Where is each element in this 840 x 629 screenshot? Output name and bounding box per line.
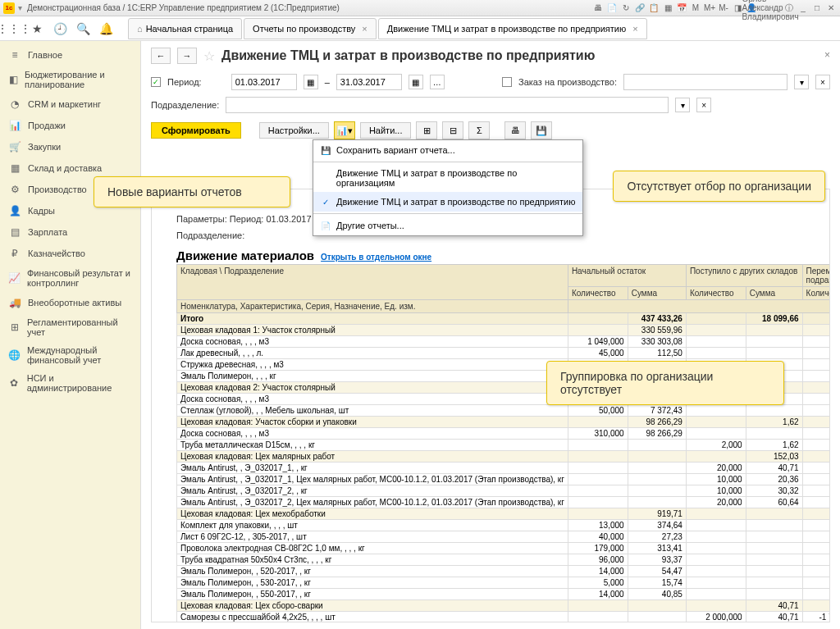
app-logo-icon: 1c (3, 2, 15, 14)
table-row[interactable]: Саморезы с прессшайбой 4,2х25, , , , шт2… (177, 612, 831, 623)
close-page-icon[interactable]: × (824, 49, 830, 61)
table-row[interactable]: Труба металлическая D15см, , , , кг2,000… (177, 440, 831, 451)
sidebar-item-9[interactable]: ₽Казначейство (0, 243, 140, 264)
sidebar-item-1[interactable]: ◧Бюджетирование и планирование (0, 66, 140, 93)
forward-button[interactable]: → (177, 48, 197, 64)
copy-icon[interactable]: 📋 (648, 2, 660, 14)
dd-save-label: Сохранить вариант отчета... (336, 145, 455, 155)
sidebar-item-13[interactable]: 🌐Международный финансовый учет (0, 341, 140, 369)
sidebar-item-3[interactable]: 📊Продажи (0, 115, 140, 136)
order-select-icon[interactable]: ▾ (794, 75, 809, 89)
report-body[interactable]: Параметры: Период: 01.03.2017 - 31.03.20… (151, 189, 830, 622)
sidebar-item-10[interactable]: 📈Финансовый результат и контроллинг (0, 264, 140, 292)
info-icon[interactable]: ⓘ (783, 2, 795, 14)
calendar-icon[interactable]: 📅 (676, 2, 687, 14)
sidebar-item-2[interactable]: ◔CRM и маркетинг (0, 93, 140, 115)
table-row[interactable]: Цеховая кладовая: Участок сборки и упако… (177, 417, 831, 428)
sidebar-label: Закупки (28, 142, 61, 152)
sum-icon[interactable]: Σ (468, 121, 490, 139)
table-row[interactable]: Эмаль Полимерон, , 550-2017, , кг14,0004… (177, 589, 831, 600)
run-button[interactable]: Сформировать (151, 122, 241, 139)
tab-reports[interactable]: Отчеты по производству× (244, 18, 377, 39)
table-row[interactable]: Цеховая кладовая: Цех сборо-сварки40,71-… (177, 600, 831, 612)
dept-input[interactable] (226, 97, 669, 113)
sidebar-icon: ⊞ (8, 321, 21, 334)
m-plus-icon[interactable]: M+ (704, 2, 715, 14)
sidebar-label: CRM и маркетинг (28, 99, 101, 109)
table-row[interactable]: Эмаль Полимерон, , 520-2017, , кг14,0005… (177, 566, 831, 577)
collapse-icon[interactable]: ⊟ (442, 121, 463, 139)
table-row[interactable]: Эмаль Antirust, , Э_032017_2, Цех малярн… (177, 497, 831, 508)
close-window-icon[interactable]: ✕ (825, 2, 837, 14)
table-row[interactable]: Эмаль Полимерон, , 530-2017, , кг5,00015… (177, 577, 831, 589)
expand-icon[interactable]: ⊞ (416, 121, 437, 139)
variants-button[interactable]: 📊▾ (334, 121, 355, 139)
star-icon[interactable]: ☆ (203, 48, 215, 64)
save-report-icon[interactable]: 💾 (531, 121, 552, 139)
bell-icon[interactable]: 🔔 (97, 20, 115, 38)
table-row[interactable]: Доска сосновая, , , , м3310,00098 266,29 (177, 428, 831, 440)
date-to-input[interactable] (336, 74, 402, 90)
dept-clear-icon[interactable]: × (696, 98, 711, 112)
sidebar-item-0[interactable]: ≡Главное (0, 44, 140, 66)
link-icon[interactable]: 🔗 (634, 2, 646, 14)
period-checkbox[interactable]: ✓ (151, 77, 161, 87)
table-row[interactable]: Труба квадратная 50х50х4 Ст3пс, , , , кг… (177, 554, 831, 566)
dd-other-reports[interactable]: 📄Другие отчеты... (313, 216, 582, 235)
sidebar-label: Кадры (28, 206, 55, 216)
table-row[interactable]: Лак древесный, , , , л.45,000112,50 (177, 348, 831, 359)
calc-icon[interactable]: ▦ (662, 2, 673, 14)
minimize-icon[interactable]: _ (797, 2, 809, 14)
save-icon[interactable]: 📄 (606, 2, 618, 14)
table-row[interactable]: Комплект для упаковки, , , , шт13,000374… (177, 520, 831, 531)
date-from-input[interactable] (231, 74, 297, 90)
open-separate-link[interactable]: Открыть в отдельном окне (321, 253, 431, 262)
order-input[interactable] (623, 74, 788, 90)
m-icon[interactable]: M (690, 2, 701, 14)
order-clear-icon[interactable]: × (815, 75, 830, 89)
dd-variant-org[interactable]: Движение ТМЦ и затрат в производстве по … (313, 164, 582, 192)
apps-icon[interactable]: ⋮⋮⋮ (5, 20, 23, 38)
period-select-icon[interactable]: … (430, 75, 445, 89)
sidebar-item-11[interactable]: 🚚Внеоборотные активы (0, 292, 140, 313)
search-icon[interactable]: 🔍 (74, 20, 92, 38)
sidebar-item-8[interactable]: ▤Зарплата (0, 221, 140, 243)
table-row[interactable]: Эмаль Antirust, , Э_032017_1, Цех малярн… (177, 474, 831, 485)
favorite-icon[interactable]: ★ (28, 20, 46, 38)
find-button[interactable]: Найти... (360, 122, 412, 139)
calendar-from-icon[interactable]: ▦ (304, 75, 318, 89)
history-icon[interactable]: 🕘 (51, 20, 69, 38)
dd-variant-enterprise[interactable]: ✓Движение ТМЦ и затрат в производстве по… (313, 192, 582, 212)
user-name[interactable]: Орлов Александр Владимирович (765, 2, 776, 14)
close-icon[interactable]: × (362, 24, 367, 34)
back-button[interactable]: ← (151, 48, 171, 64)
table-row[interactable]: Доска сосновая, , , , м31 049,000330 303… (177, 336, 831, 348)
table-row[interactable]: Проволока электродная СВ-08Г2С 1,0 мм, ,… (177, 543, 831, 554)
table-row[interactable]: Эмаль Antirust, , Э_032017_1, , кг20,000… (177, 463, 831, 474)
sidebar-item-14[interactable]: ✿НСИ и администрирование (0, 369, 140, 397)
th-sum1: Сумма (628, 287, 686, 300)
dept-select-icon[interactable]: ▾ (675, 98, 690, 112)
sidebar-item-4[interactable]: 🛒Закупки (0, 136, 140, 157)
tab-current[interactable]: Движение ТМЦ и затрат в производстве по … (378, 18, 647, 39)
table-row[interactable]: Лист 6 09Г2С-12, , 305-2017, , шт40,0002… (177, 531, 831, 543)
calendar-to-icon[interactable]: ▦ (409, 75, 423, 89)
m-minus-icon[interactable]: M- (718, 2, 729, 14)
order-checkbox[interactable]: ✓ (502, 77, 512, 87)
dd-save-variant[interactable]: 💾Сохранить вариант отчета... (313, 140, 582, 160)
table-row[interactable]: Стеллаж (угловой), , , Мебель школьная, … (177, 405, 831, 417)
table-row[interactable]: Эмаль Antirust, , Э_032017_2, , кг10,000… (177, 485, 831, 497)
table-row[interactable]: Цеховая кладовая: Цех мехобработки919,71 (177, 508, 831, 520)
table-row[interactable]: Цеховая кладовая 1: Участок столярный330… (177, 325, 831, 336)
refresh-icon[interactable]: ↻ (620, 2, 632, 14)
maximize-icon[interactable]: □ (811, 2, 823, 14)
close-icon[interactable]: × (632, 24, 637, 34)
print-icon[interactable]: 🖶 (592, 2, 604, 14)
settings-button[interactable]: Настройки... (259, 122, 329, 139)
sidebar-item-12[interactable]: ⊞Регламентированный учет (0, 313, 140, 341)
dropdown-icon[interactable]: ▾ (18, 3, 22, 12)
print-report-icon[interactable]: 🖶 (504, 121, 526, 139)
table-row[interactable]: Итого437 433,2618 099,66 (177, 313, 831, 325)
tab-home[interactable]: ⌂Начальная страница (128, 18, 242, 39)
table-row[interactable]: Цеховая кладовая: Цех малярных работ152,… (177, 451, 831, 463)
